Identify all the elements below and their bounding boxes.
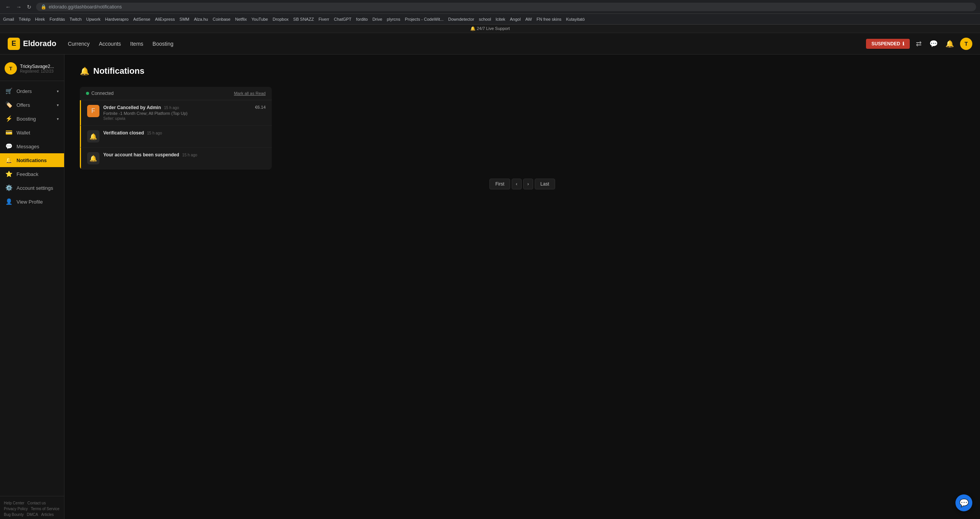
main-content: 🔔 Notifications Connected Mark all as Re…: [64, 55, 980, 519]
info-icon: ℹ: [902, 41, 904, 46]
browser-controls: ← → ↻: [4, 3, 33, 11]
notification-item-3[interactable]: 🔔 Your account has been suspended 15 h a…: [80, 148, 272, 169]
logo[interactable]: E Eldorado: [8, 38, 56, 50]
main-navbar: E Eldorado CurrencyAccountsItemsBoosting…: [0, 33, 980, 55]
bookmark-item[interactable]: Alza.hu: [194, 17, 208, 22]
notification-item-2[interactable]: 🔔 Verification closed 15 h ago: [80, 126, 272, 148]
sidebar-item-view-profile[interactable]: 👤 View Profile: [0, 195, 64, 209]
nav-link-accounts[interactable]: Accounts: [99, 38, 121, 49]
chat-bubble[interactable]: 💬: [955, 494, 972, 511]
bookmark-item[interactable]: SB SNAZZ: [293, 17, 314, 22]
bookmark-item[interactable]: plyrcns: [387, 17, 400, 22]
bookmark-item[interactable]: fordito: [356, 17, 368, 22]
bookmark-item[interactable]: Hardverapro: [105, 17, 129, 22]
bell-nav-icon[interactable]: 🔔: [944, 38, 955, 50]
bookmark-item[interactable]: Fiverr: [319, 17, 329, 22]
notif-body-1: Order Cancelled by Admin 15 h ago Fortni…: [103, 105, 251, 121]
notifications-panel: Connected Mark all as Read F Order Cance…: [80, 87, 272, 169]
back-button[interactable]: ←: [4, 3, 12, 11]
footer-link-help-center[interactable]: Help Center: [4, 501, 24, 505]
bookmark-item[interactable]: school: [479, 17, 491, 22]
bookmark-item[interactable]: Angol: [510, 17, 521, 22]
transfer-icon[interactable]: ⇄: [914, 38, 923, 50]
bookmark-bar: GmailTéképHirekFordításTwitchUpworkHardv…: [0, 14, 980, 25]
first-page-button[interactable]: First: [489, 179, 510, 189]
notif-time-3: 15 h ago: [182, 153, 197, 157]
live-support-icon: 🔔: [470, 26, 476, 31]
sidebar-regdate: Registered: 12/2/23: [20, 69, 59, 73]
notifications-list: F Order Cancelled by Admin 15 h ago Fort…: [80, 100, 272, 169]
connected-label: Connected: [91, 91, 114, 96]
chat-nav-icon[interactable]: 💬: [928, 38, 939, 50]
footer-link-bug-bounty[interactable]: Bug Bounty: [4, 512, 24, 517]
last-page-button[interactable]: Last: [535, 179, 555, 189]
user-section: T TrickySavage2... Registered: 12/2/23: [0, 59, 64, 81]
bookmark-item[interactable]: FN free skins: [537, 17, 562, 22]
page-header: 🔔 Notifications: [80, 66, 965, 76]
footer-links: Help CenterContact usPrivacy PolicyTerms…: [4, 501, 60, 517]
nav-link-boosting[interactable]: Boosting: [152, 38, 173, 49]
mark-all-read-button[interactable]: Mark all as Read: [234, 91, 266, 96]
sidebar-item-offers[interactable]: 🏷️ Offers ▾: [0, 98, 64, 112]
sidebar-item-feedback[interactable]: ⭐ Feedback: [0, 167, 64, 181]
bookmark-item[interactable]: Dropbox: [273, 17, 289, 22]
notif-icon-1: F: [87, 105, 99, 117]
footer-link-articles[interactable]: Articles: [41, 512, 54, 517]
bookmark-item[interactable]: Coinbase: [213, 17, 230, 22]
sidebar-label-wallet: Wallet: [17, 130, 30, 136]
notif-icon-3: 🔔: [87, 152, 99, 164]
sidebar-label-account-settings: Account settings: [17, 185, 53, 191]
footer-link-privacy-policy[interactable]: Privacy Policy: [4, 507, 28, 511]
next-page-button[interactable]: ›: [523, 179, 533, 189]
bookmark-item[interactable]: Drive: [372, 17, 382, 22]
bookmark-item[interactable]: ChatGPT: [334, 17, 352, 22]
sidebar-item-notifications[interactable]: 🔔 Notifications: [0, 153, 64, 167]
sidebar-label-feedback: Feedback: [17, 171, 38, 177]
bookmark-item[interactable]: AliExpress: [155, 17, 175, 22]
bookmark-item[interactable]: Projects - CodeWit...: [405, 17, 444, 22]
footer-link-terms-of-service[interactable]: Terms of Service: [31, 507, 59, 511]
bookmark-item[interactable]: Hirek: [35, 17, 45, 22]
sidebar-item-account-settings[interactable]: ⚙️ Account settings: [0, 181, 64, 195]
bookmark-item[interactable]: Upwork: [86, 17, 101, 22]
notif-time-2: 15 h ago: [147, 131, 162, 135]
sidebar: T TrickySavage2... Registered: 12/2/23 🛒…: [0, 55, 64, 519]
bookmark-item[interactable]: AW: [525, 17, 532, 22]
sidebar-label-offers: Offers: [17, 102, 30, 108]
bookmark-item[interactable]: Twitch: [69, 17, 81, 22]
bookmark-item[interactable]: SMM: [180, 17, 190, 22]
bookmark-item[interactable]: Netflix: [235, 17, 247, 22]
nav-link-currency[interactable]: Currency: [68, 38, 90, 49]
notif-body-2: Verification closed 15 h ago: [103, 130, 266, 136]
nav-link-items[interactable]: Items: [130, 38, 143, 49]
footer-link-contact-us[interactable]: Contact us: [27, 501, 46, 505]
sidebar-item-orders[interactable]: 🛒 Orders ▾: [0, 84, 64, 98]
connected-dot: [86, 92, 89, 95]
bookmark-item[interactable]: AdSense: [133, 17, 150, 22]
user-info: TrickySavage2... Registered: 12/2/23: [20, 64, 59, 73]
bookmark-item[interactable]: YouTube: [251, 17, 268, 22]
bookmark-item[interactable]: Tékép: [19, 17, 31, 22]
footer-link-dmca[interactable]: DMCA: [27, 512, 38, 517]
bookmark-item[interactable]: Fordítás: [50, 17, 65, 22]
notif-price-1: €6.14: [255, 105, 266, 109]
live-support-bar: 🔔 24/7 Live Support: [0, 25, 980, 33]
bookmark-item[interactable]: lcitek: [496, 17, 505, 22]
sidebar-footer: Help CenterContact usPrivacy PolicyTerms…: [0, 496, 64, 519]
bookmark-item[interactable]: Downdetector: [448, 17, 474, 22]
bookmark-item[interactable]: Gmail: [3, 17, 14, 22]
panel-header: Connected Mark all as Read: [80, 87, 272, 100]
forward-button[interactable]: →: [15, 3, 23, 11]
user-avatar-nav[interactable]: T: [960, 38, 972, 50]
reload-button[interactable]: ↻: [25, 3, 33, 11]
suspended-button[interactable]: SUSPENDED ℹ: [866, 39, 910, 49]
url-bar[interactable]: 🔒 eldorado.gg/dashboard/notifications: [36, 3, 976, 11]
sidebar-item-boosting[interactable]: ⚡ Boosting ▾: [0, 112, 64, 126]
bookmark-item[interactable]: Kutayitató: [566, 17, 585, 22]
sidebar-item-wallet[interactable]: 💳 Wallet: [0, 126, 64, 139]
prev-page-button[interactable]: ‹: [512, 179, 522, 189]
notification-item-1[interactable]: F Order Cancelled by Admin 15 h ago Fort…: [80, 100, 272, 126]
sidebar-icon-orders: 🛒: [5, 88, 13, 95]
sidebar-item-messages[interactable]: 💬 Messages: [0, 139, 64, 153]
live-support-text: 24/7 Live Support: [477, 26, 510, 31]
